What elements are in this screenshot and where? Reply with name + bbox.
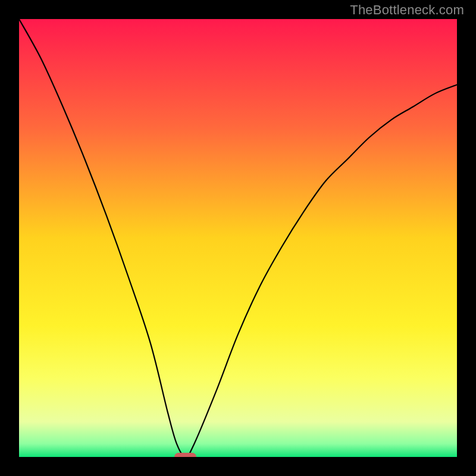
watermark-text: TheBottleneck.com (350, 2, 464, 18)
curve-path (19, 19, 457, 457)
plot-area (19, 19, 457, 457)
chart-frame: TheBottleneck.com (0, 0, 476, 476)
optimal-marker (174, 453, 196, 457)
bottleneck-curve (19, 19, 457, 457)
